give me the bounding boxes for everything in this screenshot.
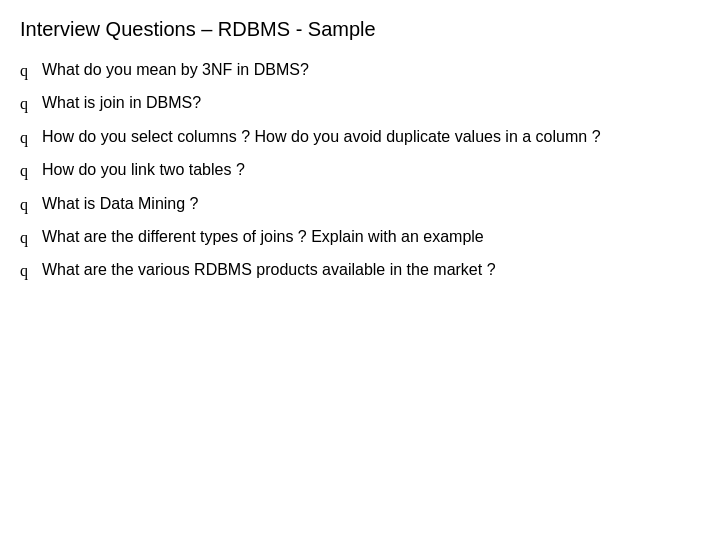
bullet-icon: q	[20, 60, 42, 82]
question-text: How do you select columns ? How do you a…	[42, 126, 700, 148]
question-text: How do you link two tables ?	[42, 159, 700, 181]
list-item: qHow do you select columns ? How do you …	[20, 126, 700, 149]
question-list: qWhat do you mean by 3NF in DBMS?qWhat i…	[20, 59, 700, 283]
question-text: What are the different types of joins ? …	[42, 226, 700, 248]
question-text: What is Data Mining ?	[42, 193, 700, 215]
question-text: What do you mean by 3NF in DBMS?	[42, 59, 700, 81]
bullet-icon: q	[20, 160, 42, 182]
page-title: Interview Questions – RDBMS - Sample	[20, 18, 700, 41]
bullet-icon: q	[20, 260, 42, 282]
list-item: qWhat is join in DBMS?	[20, 92, 700, 115]
list-item: qHow do you link two tables ?	[20, 159, 700, 182]
page: Interview Questions – RDBMS - Sample qWh…	[0, 0, 720, 540]
bullet-icon: q	[20, 227, 42, 249]
list-item: qWhat are the various RDBMS products ava…	[20, 259, 700, 282]
list-item: qWhat is Data Mining ?	[20, 193, 700, 216]
bullet-icon: q	[20, 93, 42, 115]
question-text: What are the various RDBMS products avai…	[42, 259, 700, 281]
bullet-icon: q	[20, 127, 42, 149]
bullet-icon: q	[20, 194, 42, 216]
list-item: qWhat are the different types of joins ?…	[20, 226, 700, 249]
question-text: What is join in DBMS?	[42, 92, 700, 114]
list-item: qWhat do you mean by 3NF in DBMS?	[20, 59, 700, 82]
